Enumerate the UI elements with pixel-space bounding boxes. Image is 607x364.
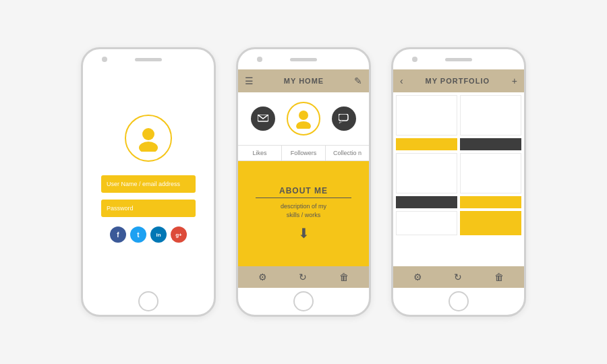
phone-camera — [412, 57, 417, 62]
tab-followers[interactable]: Followers — [282, 146, 326, 160]
twitter-button[interactable]: t — [130, 226, 146, 243]
phone-bottom-bar — [83, 288, 214, 315]
svg-point-3 — [299, 111, 308, 120]
refresh-icon[interactable]: ↻ — [299, 272, 307, 282]
svg-point-4 — [296, 121, 311, 129]
home-button[interactable] — [138, 291, 158, 311]
phone-speaker — [445, 58, 472, 61]
portfolio-title: MY PORTFOLIO — [425, 77, 490, 85]
profile-avatar[interactable] — [287, 102, 320, 135]
phone-home: ☰ MY HOME ✎ — [236, 47, 371, 317]
chat-icon[interactable] — [332, 107, 356, 131]
home-footer: ⚙ ↻ 🗑 — [238, 266, 369, 288]
phone-bottom-bar — [393, 288, 524, 315]
portfolio-bar-4 — [460, 196, 521, 208]
message-icon[interactable] — [251, 107, 275, 131]
portfolio-bar-1 — [396, 138, 457, 150]
add-icon[interactable]: + — [512, 75, 517, 86]
delete-icon[interactable]: 🗑 — [339, 272, 349, 282]
svg-point-1 — [139, 142, 158, 152]
username-field[interactable]: User Name / email address — [101, 175, 196, 193]
password-field[interactable]: Password — [101, 200, 196, 217]
portfolio-item-3[interactable] — [396, 153, 457, 193]
phone-portfolio: ‹ MY PORTFOLIO + ⚙ ↻ 🗑 — [391, 47, 526, 317]
phone-top-bar — [238, 49, 369, 69]
phone-camera — [257, 57, 262, 62]
avatar-circle — [125, 115, 172, 162]
scroll-down-arrow: ⬇ — [298, 225, 310, 241]
google-button[interactable]: g+ — [171, 226, 187, 243]
social-login-group: f t in g+ — [110, 226, 187, 243]
portfolio-item-5[interactable] — [396, 211, 457, 235]
settings-icon[interactable]: ⚙ — [258, 272, 267, 282]
phone-top-bar — [393, 49, 524, 69]
about-section: ABOUT ME description of myskills / works… — [238, 161, 369, 266]
menu-icon[interactable]: ☰ — [245, 75, 254, 86]
home-header: ☰ MY HOME ✎ — [238, 69, 369, 92]
portfolio-footer: ⚙ ↻ 🗑 — [393, 266, 524, 288]
phone-login: User Name / email address Password f t i… — [81, 47, 216, 317]
linkedin-button[interactable]: in — [150, 226, 167, 243]
phone-camera — [102, 57, 107, 62]
svg-point-0 — [142, 128, 154, 140]
portfolio-grid — [393, 92, 524, 266]
profile-tabs: Likes Followers Collectio n — [238, 145, 369, 161]
portfolio-header: ‹ MY PORTFOLIO + — [393, 69, 524, 92]
delete-icon[interactable]: 🗑 — [494, 272, 504, 282]
settings-icon[interactable]: ⚙ — [413, 272, 422, 282]
profile-area — [238, 92, 369, 145]
portfolio-item-4[interactable] — [460, 153, 521, 193]
back-icon[interactable]: ‹ — [400, 75, 403, 86]
portfolio-bar-3 — [396, 196, 457, 208]
refresh-icon[interactable]: ↻ — [454, 272, 462, 282]
about-description: description of myskills / works — [281, 202, 326, 219]
phone-top-bar — [83, 49, 214, 69]
portfolio-item-1[interactable] — [396, 95, 457, 135]
portfolio-item-2[interactable] — [460, 95, 521, 135]
user-avatar-icon — [135, 125, 162, 152]
tab-collections[interactable]: Collectio n — [326, 146, 369, 160]
phone-speaker — [135, 58, 162, 61]
phone-speaker — [290, 58, 317, 61]
login-screen: User Name / email address Password f t i… — [83, 69, 214, 288]
home-button[interactable] — [449, 291, 469, 311]
home-button[interactable] — [293, 291, 314, 311]
about-title: ABOUT ME — [256, 186, 351, 198]
home-screen: ☰ MY HOME ✎ — [238, 69, 369, 288]
home-title: MY HOME — [284, 77, 324, 85]
portfolio-screen: ‹ MY PORTFOLIO + ⚙ ↻ 🗑 — [393, 69, 524, 288]
portfolio-bar-2 — [460, 138, 521, 150]
tab-likes[interactable]: Likes — [238, 146, 282, 160]
facebook-button[interactable]: f — [110, 226, 126, 243]
edit-icon[interactable]: ✎ — [354, 75, 362, 86]
phone-bottom-bar — [238, 288, 369, 315]
portfolio-item-6[interactable] — [460, 211, 521, 235]
svg-rect-5 — [339, 114, 348, 121]
